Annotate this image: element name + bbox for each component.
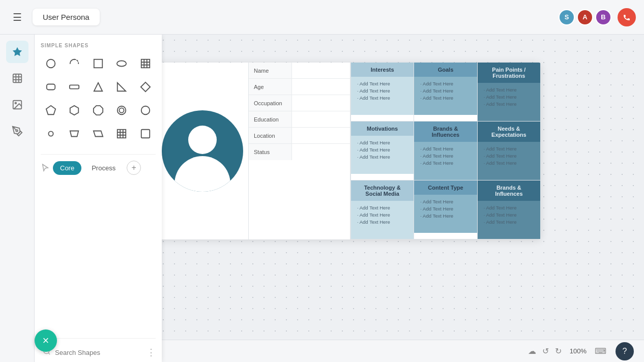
content-type-body: · Add Text Here · Add Text Here · Add Te… [414, 195, 477, 233]
rounded-rect-shape[interactable] [41, 77, 61, 97]
svg-rect-8 [47, 84, 55, 90]
info-row-status: Status [249, 144, 350, 160]
help-button[interactable]: ? [616, 342, 634, 360]
grid-shape[interactable] [111, 124, 132, 144]
motivations-header: Motivations [351, 122, 414, 136]
svg-rect-0 [13, 74, 21, 83]
technology-social-item-1: · Add Text Here [357, 205, 407, 210]
cloud-icon[interactable]: ☁ [528, 346, 536, 356]
svg-point-4 [47, 59, 55, 68]
add-tab-button[interactable]: + [127, 161, 141, 175]
goals-item-2: · Add Text Here [420, 88, 471, 94]
square-shape[interactable] [88, 53, 108, 74]
info-value-age[interactable] [292, 79, 350, 95]
draw-sidebar-icon[interactable] [6, 120, 28, 142]
undo-icon[interactable]: ↺ [542, 346, 549, 356]
motivations-card[interactable]: Motivations · Add Text Here · Add Text H… [351, 122, 414, 180]
svg-rect-23 [141, 130, 150, 138]
triangle-shape[interactable] [88, 77, 108, 97]
cursor-icon [41, 163, 50, 172]
circle4-shape[interactable] [41, 124, 61, 144]
brands-influences-2-card[interactable]: Brands & Influences · Add Text Here · Ad… [478, 180, 541, 239]
keyboard-icon[interactable]: ⌨ [595, 346, 606, 356]
info-row-occupation: Occupation [249, 95, 350, 111]
shape-tabs-row: Core Process + [41, 154, 156, 175]
svg-point-16 [118, 106, 126, 115]
more-shapes-button[interactable]: ⋮ [147, 347, 156, 358]
collaborators: S A B [559, 9, 611, 25]
trapezoid-shape[interactable] [64, 124, 84, 144]
frame-sidebar-icon[interactable] [6, 67, 28, 89]
content-type-header: Content Type [414, 180, 477, 195]
svg-marker-13 [46, 106, 55, 114]
info-row-name: Name [249, 63, 350, 79]
octagon-shape[interactable] [88, 100, 108, 120]
image-sidebar-icon[interactable] [6, 94, 28, 116]
info-label-status: Status [249, 144, 292, 160]
shapes-sidebar-icon[interactable] [6, 41, 28, 63]
info-label-education: Education [249, 111, 292, 127]
content-type-card[interactable]: Content Type · Add Text Here · Add Text … [414, 180, 477, 239]
content-type-item-3: · Add Text Here [420, 213, 471, 219]
hexagon-shape[interactable] [64, 100, 84, 120]
diamond-shape[interactable] [135, 77, 156, 97]
interests-card[interactable]: Interests · Add Text Here · Add Text Her… [351, 63, 414, 122]
info-label-location: Location [249, 128, 292, 143]
svg-rect-5 [94, 59, 103, 68]
info-value-status[interactable] [292, 144, 350, 160]
shapes-panel: SIMPLE SHAPES [35, 35, 162, 362]
info-value-education[interactable] [292, 111, 350, 127]
pentagon-shape[interactable] [41, 100, 61, 120]
svg-marker-14 [70, 106, 79, 115]
motivations-item-1: · Add Text Here [357, 140, 407, 145]
brands-influences-body: · Add Text Here · Add Text Here · Add Te… [414, 142, 477, 180]
svg-marker-11 [118, 83, 126, 92]
technology-social-header: Technology & Social Media [351, 180, 414, 201]
process-tab[interactable]: Process [84, 161, 123, 175]
info-value-name[interactable] [292, 63, 350, 78]
technology-social-card[interactable]: Technology & Social Media · Add Text Her… [351, 180, 414, 239]
document-title[interactable]: User Persona [33, 9, 100, 25]
needs-expectations-header: Needs & Expectations [478, 122, 540, 142]
info-label-age: Age [249, 79, 292, 95]
pain-points-body: · Add Text Here · Add Text Here · Add Te… [478, 83, 540, 121]
extra-shape[interactable] [135, 124, 156, 144]
core-tab[interactable]: Core [53, 161, 81, 175]
circle3-shape[interactable] [135, 100, 156, 120]
interests-item-2: · Add Text Here [357, 88, 407, 94]
persona-card: Name Age Occupation Education [157, 63, 541, 239]
persona-avatar [162, 110, 243, 192]
info-value-location[interactable] [292, 128, 350, 143]
phone-button[interactable] [618, 8, 636, 26]
shapes-grid [41, 53, 156, 144]
redo-icon[interactable]: ↻ [555, 346, 562, 356]
arc-shape[interactable] [64, 53, 84, 74]
avatar-2: B [595, 9, 611, 25]
goals-item-3: · Add Text Here [420, 95, 471, 101]
circle-outline-shape[interactable] [111, 100, 132, 120]
thin-rect-shape[interactable] [64, 77, 84, 97]
circle-shape[interactable] [41, 53, 61, 74]
right-triangle-shape[interactable] [111, 77, 132, 97]
left-sidebar [0, 35, 35, 362]
avatar-s: S [559, 9, 575, 25]
goals-card[interactable]: Goals · Add Text Here · Add Text Here · … [414, 63, 477, 122]
technology-social-item-2: · Add Text Here [357, 212, 407, 218]
pain-points-card[interactable]: Pain Points / Frustrations · Add Text He… [478, 63, 541, 122]
svg-marker-10 [94, 83, 103, 92]
interests-header: Interests [351, 63, 414, 77]
search-shapes-input[interactable] [55, 349, 140, 356]
info-value-occupation[interactable] [292, 95, 350, 111]
needs-expectations-card[interactable]: Needs & Expectations · Add Text Here · A… [478, 122, 541, 180]
pain-points-item-3: · Add Text Here [484, 101, 534, 107]
table-shape[interactable] [135, 53, 156, 74]
ellipse-shape[interactable] [111, 53, 132, 74]
close-fab-button[interactable]: × [35, 329, 57, 352]
brands-influences-card[interactable]: Brands & Influences · Add Text Here · Ad… [414, 122, 477, 180]
menu-button[interactable]: ☰ [8, 8, 26, 26]
brands-influences-header: Brands & Influences [414, 122, 477, 142]
svg-marker-20 [70, 131, 79, 137]
interests-body: · Add Text Here · Add Text Here · Add Te… [351, 77, 414, 115]
info-label-occupation: Occupation [249, 95, 292, 111]
parallelogram-shape[interactable] [88, 124, 108, 144]
